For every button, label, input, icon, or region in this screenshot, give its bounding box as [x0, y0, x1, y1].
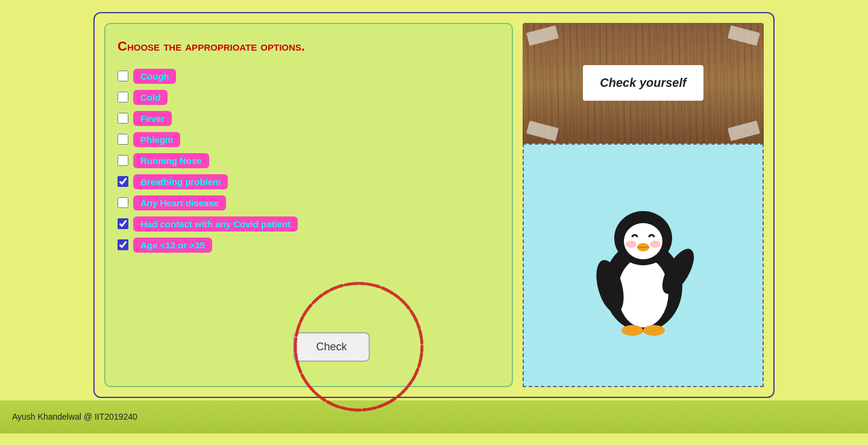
checkbox-cold[interactable]: [118, 92, 128, 103]
check-button[interactable]: Check: [294, 332, 370, 362]
option-item-age: Age <13 or >35: [118, 238, 500, 253]
penguin-panel: [523, 144, 764, 387]
label-cough[interactable]: Cough: [133, 69, 176, 84]
check-button-area: Check: [294, 332, 370, 362]
tape-bl: [526, 120, 559, 140]
checkbox-fever[interactable]: [118, 113, 128, 124]
footer-text: Ayush Khandelwal @ IIT2019240: [12, 412, 137, 421]
outer-container: Choose the approprioate options. CoughCo…: [93, 12, 775, 398]
svg-point-8: [650, 241, 661, 248]
main-row: Choose the approprioate options. CoughCo…: [104, 23, 764, 387]
label-heart_disease[interactable]: Any Heart disease: [133, 195, 226, 210]
option-item-heart_disease: Any Heart disease: [118, 195, 500, 210]
option-item-covid_contact: Had contact with any Covid patient: [118, 216, 500, 232]
label-age[interactable]: Age <13 or >35: [133, 238, 212, 253]
checkbox-breathing_problem[interactable]: [118, 176, 128, 187]
options-list: CoughColdFeverPhlegmRunning NoseBreathin…: [118, 69, 500, 253]
option-item-cold: Cold: [118, 90, 500, 105]
checkbox-covid_contact[interactable]: [118, 218, 128, 229]
wood-panel: Check yourself: [523, 23, 764, 144]
heading: Choose the approprioate options.: [118, 39, 500, 54]
label-covid_contact[interactable]: Had contact with any Covid patient: [133, 216, 298, 232]
penguin-svg: [583, 193, 703, 338]
checkbox-running_nose[interactable]: [118, 155, 128, 166]
label-cold[interactable]: Cold: [133, 90, 168, 105]
footer: Ayush Khandelwal @ IIT2019240: [0, 400, 868, 434]
tape-br: [728, 120, 760, 140]
option-item-breathing_problem: Breathing problem: [118, 174, 500, 189]
check-yourself-text: Check yourself: [600, 76, 686, 89]
option-item-fever: Fever: [118, 111, 500, 126]
tape-tl: [526, 25, 559, 45]
label-fever[interactable]: Fever: [133, 111, 172, 126]
svg-point-12: [643, 325, 665, 336]
label-phlegm[interactable]: Phlegm: [133, 132, 180, 147]
right-panel: Check yourself: [523, 23, 764, 387]
label-running_nose[interactable]: Running Nose: [133, 153, 209, 168]
check-yourself-card: Check yourself: [583, 65, 703, 101]
checkbox-heart_disease[interactable]: [118, 197, 128, 208]
left-panel: Choose the approprioate options. CoughCo…: [104, 23, 513, 387]
option-item-phlegm: Phlegm: [118, 132, 500, 147]
svg-point-11: [621, 325, 643, 336]
checkbox-phlegm[interactable]: [118, 134, 128, 145]
option-item-cough: Cough: [118, 69, 500, 84]
svg-point-2: [618, 257, 668, 327]
svg-point-7: [626, 241, 637, 248]
checkbox-age[interactable]: [118, 239, 128, 250]
tape-tr: [728, 25, 760, 45]
option-item-running_nose: Running Nose: [118, 153, 500, 168]
checkbox-cough[interactable]: [118, 71, 128, 81]
label-breathing_problem[interactable]: Breathing problem: [133, 174, 228, 189]
